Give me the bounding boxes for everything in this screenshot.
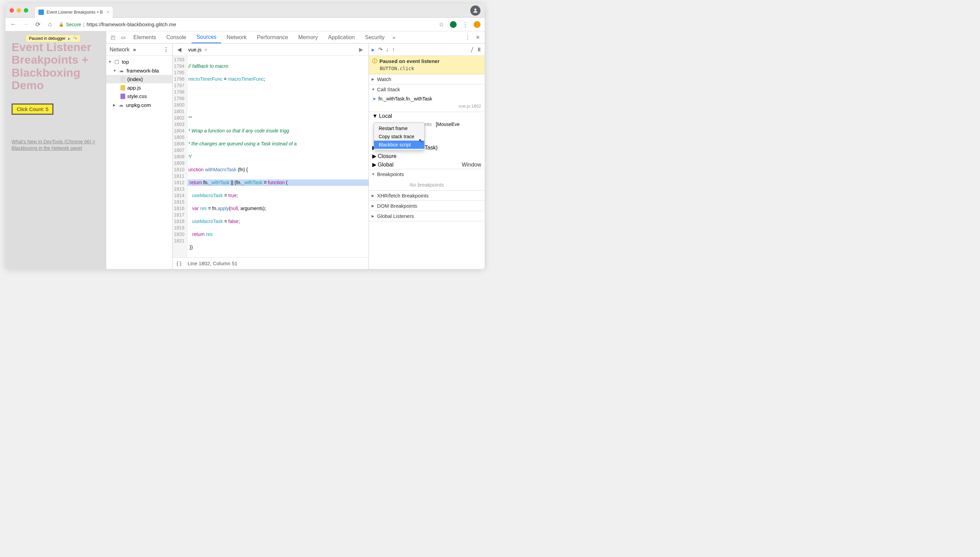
chevron-right-icon: ▶: [113, 103, 116, 107]
user-profile-icon[interactable]: [470, 5, 480, 16]
tab-application[interactable]: Application: [323, 32, 359, 43]
forward-button: →: [22, 21, 29, 28]
tree-cdn[interactable]: ▶ ☁ unpkg.com: [106, 101, 172, 109]
step-into-button[interactable]: ↓: [386, 47, 389, 53]
step-over-button[interactable]: ↷: [378, 46, 383, 53]
breakpoints-section: ▼Breakpoints No breakpoints: [369, 169, 485, 191]
code-area[interactable]: 1793179417951796179717981799180018011802…: [172, 56, 368, 257]
url-field[interactable]: 🔒 Secure | https://framework-blackboxing…: [58, 21, 433, 27]
tree-top[interactable]: ▼ ▢ top: [106, 57, 172, 66]
page-title: Event Listener Breakpoints + Blackboxing…: [11, 41, 100, 92]
tab-memory[interactable]: Memory: [293, 32, 323, 43]
tab-sources[interactable]: Sources: [191, 32, 221, 43]
overlay-resume-icon[interactable]: ▸: [68, 36, 70, 41]
devtools-panel: ◰ ▭ Elements Console Sources Network Per…: [106, 31, 485, 269]
tab-elements[interactable]: Elements: [129, 32, 161, 43]
webpage-viewport: Paused in debugger ▸ ↷ Event Listener Br…: [5, 31, 106, 269]
cloud-icon: ☁: [118, 67, 125, 73]
bookmark-star-icon[interactable]: ☆: [438, 21, 445, 28]
context-blackbox-script[interactable]: Blackbox script: [374, 141, 424, 149]
context-copy-stack-trace[interactable]: Copy stack trace: [374, 132, 424, 141]
paused-banner: ⓘPaused on event listener BUTTON.click: [369, 56, 485, 74]
extension-icon-1[interactable]: [450, 21, 457, 28]
line-gutter: 1793179417951796179717981799180018011802…: [172, 56, 188, 257]
deactivate-breakpoints-button[interactable]: ⧸: [471, 47, 473, 53]
more-tabs-icon[interactable]: »: [390, 33, 398, 42]
secure-label: Secure: [66, 22, 81, 27]
editor-nav-back-icon[interactable]: ◀: [175, 45, 184, 54]
overlay-step-icon[interactable]: ↷: [73, 36, 77, 41]
dom-breakpoints-section[interactable]: ▶DOM Breakpoints: [369, 201, 485, 211]
step-out-button[interactable]: ↑: [392, 47, 395, 53]
extension-icon-2[interactable]: [474, 21, 480, 28]
scope-closure2[interactable]: ▶Closure: [369, 152, 485, 160]
callstack-section: ▼Call Stack ➤ fn._withTask.fn._withTask …: [369, 85, 485, 112]
sources-navigator: Network » ⋮ ▼ ▢ top ▼ ☁ framewo: [106, 44, 172, 269]
close-tab-icon[interactable]: ×: [107, 10, 109, 15]
tab-security[interactable]: Security: [360, 32, 389, 43]
favicon-icon: [39, 10, 44, 15]
scope-local-header[interactable]: ▼Local: [369, 112, 485, 120]
close-file-icon[interactable]: ×: [204, 47, 207, 52]
editor-status-bar: { } Line 1802, Column 51: [172, 257, 368, 269]
debugger-controls: ▸ ↷ ↓ ↑ ⧸ ⏸: [369, 44, 485, 56]
format-icon[interactable]: { }: [177, 261, 182, 266]
browser-tab[interactable]: Event Listener Breakpoints + B ×: [35, 7, 113, 18]
xhr-breakpoints-section[interactable]: ▶XHR/fetch Breakpoints: [369, 191, 485, 201]
file-icon: [120, 94, 125, 99]
minimize-window-button[interactable]: [17, 8, 21, 13]
tree-domain[interactable]: ▼ ☁ framework-bla: [106, 66, 172, 75]
scope-global[interactable]: ▶GlobalWindow: [369, 160, 485, 169]
extensions-menu-icon[interactable]: ⋮: [461, 21, 469, 28]
new-tab-button[interactable]: [115, 7, 124, 17]
context-menu: Restart frame Copy stack trace Blackbox …: [374, 122, 425, 150]
maximize-window-button[interactable]: [24, 8, 28, 13]
editor-tab-vuejs[interactable]: vue.js ×: [184, 45, 211, 54]
watch-section[interactable]: ▶Watch: [369, 74, 485, 85]
navigator-menu-icon[interactable]: ⋮: [163, 46, 169, 53]
navigator-tab[interactable]: Network: [110, 47, 130, 53]
lock-icon: 🔒: [58, 22, 64, 27]
browser-window: Event Listener Breakpoints + B × ← → ⟳ ⌂…: [5, 3, 485, 269]
pause-on-exceptions-button[interactable]: ⏸: [476, 47, 482, 53]
file-tree: ▼ ▢ top ▼ ☁ framework-bla (index): [106, 56, 172, 111]
tree-file-index[interactable]: (index): [106, 75, 172, 83]
window-controls: [10, 8, 28, 13]
resume-button[interactable]: ▸: [372, 46, 375, 54]
page-link[interactable]: What's New In DevTools (Chrome 66) > Bla…: [11, 138, 100, 152]
chevron-down-icon: ▼: [108, 60, 112, 64]
info-icon: ⓘ: [372, 58, 377, 64]
navigator-header: Network » ⋮: [106, 44, 172, 56]
tree-file-appjs[interactable]: app.js: [106, 83, 172, 92]
sources-body: Network » ⋮ ▼ ▢ top ▼ ☁ framewo: [106, 44, 485, 269]
file-icon: [120, 77, 125, 82]
url-text: https://framework-blackboxing.glitch.me: [86, 21, 176, 27]
context-restart-frame[interactable]: Restart frame: [374, 124, 424, 132]
tab-console[interactable]: Console: [162, 32, 191, 43]
global-listeners-section[interactable]: ▶Global Listeners: [369, 211, 485, 221]
debugger-overlay-label: Paused in debugger: [29, 36, 65, 41]
cloud-icon: ☁: [118, 102, 124, 108]
close-devtools-icon[interactable]: ✕: [473, 33, 482, 42]
tab-network[interactable]: Network: [222, 32, 251, 43]
tree-file-stylecss[interactable]: style.css: [106, 92, 172, 101]
current-frame-icon: ➤: [372, 96, 376, 101]
close-window-button[interactable]: [10, 8, 14, 13]
debugger-sidebar: ▸ ↷ ↓ ↑ ⧸ ⏸ ⓘPaused on event listener BU…: [369, 44, 485, 269]
inspect-element-icon[interactable]: ◰: [108, 33, 118, 42]
reload-button[interactable]: ⟳: [34, 21, 42, 28]
more-nav-tabs-icon[interactable]: »: [133, 47, 136, 53]
editor-tab-bar: ◀ vue.js × ▶: [172, 44, 368, 56]
home-button[interactable]: ⌂: [46, 21, 54, 28]
device-mode-icon[interactable]: ▭: [118, 33, 128, 42]
chevron-down-icon: ▼: [113, 69, 116, 73]
paused-target: BUTTON.click: [372, 64, 481, 72]
no-breakpoints-label: No breakpoints: [369, 179, 485, 190]
editor-nav-forward-icon[interactable]: ▶: [355, 45, 367, 54]
stack-frame[interactable]: ➤ fn._withTask.fn._withTask: [369, 95, 485, 103]
devtools-menu-icon[interactable]: ⋮: [463, 33, 473, 42]
click-count-button[interactable]: Click Count: 5: [11, 104, 54, 115]
debugger-overlay: Paused in debugger ▸ ↷: [26, 35, 80, 42]
tab-performance[interactable]: Performance: [252, 32, 293, 43]
back-button[interactable]: ←: [10, 21, 17, 28]
